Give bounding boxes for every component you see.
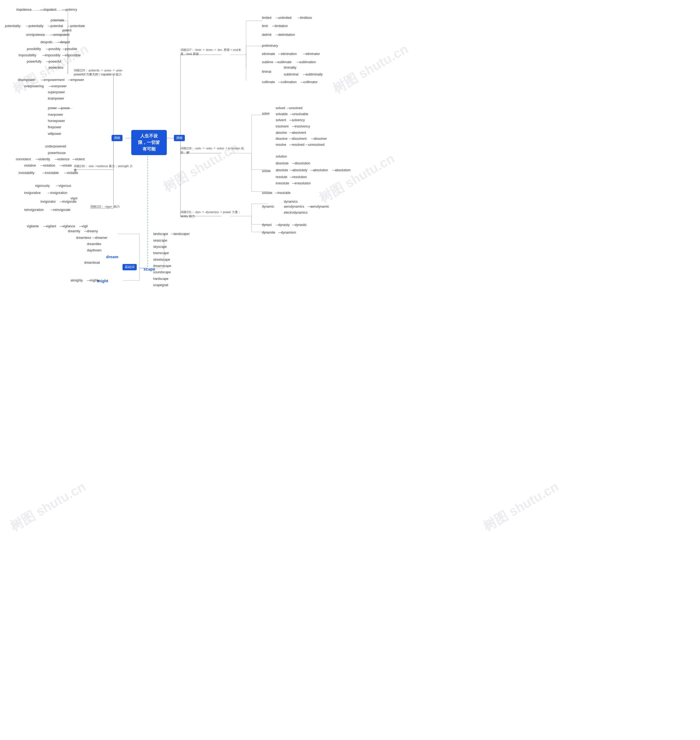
word-dynast: dynast — [262, 223, 272, 227]
word-vigorously: vigorously — [35, 184, 50, 188]
desc-232: 词根232：-vigor- 精力 — [90, 205, 120, 209]
word-potency: potency — [66, 8, 77, 12]
word-possible: possible — [65, 47, 77, 51]
word-dreamy: dreamy — [87, 229, 98, 233]
word-soluble: soluble — [262, 191, 272, 195]
word-powerhouse: powerhouse — [48, 151, 66, 155]
word-dynamism: dynamism — [281, 231, 296, 234]
word-dreamless: dreamless — [76, 236, 91, 240]
word-scapegoat: scapegoat — [153, 283, 168, 287]
word-violence: violence — [57, 157, 69, 161]
word-liminal: liminal — [262, 70, 271, 74]
word-solvable: solvable — [276, 112, 288, 116]
word-invigorator: invigorator — [40, 200, 56, 203]
word-brainpower: brainpower — [48, 97, 64, 100]
watermark-4: 树图 shutu.cn — [329, 40, 412, 98]
word-vigil: vigil — [82, 224, 88, 228]
word-absolute: absolute — [276, 168, 288, 172]
word-omnipotence: omnipotence — [26, 33, 45, 37]
word-impossibility: impossibility — [19, 53, 36, 57]
dash-1: — — [40, 8, 44, 12]
word-limitation: limitation — [275, 24, 288, 28]
word-resolution: resolution — [293, 175, 307, 179]
center-node: 人生不设限，一切皆有可能 — [131, 130, 167, 155]
word-potentiate: potentiate — [71, 24, 85, 28]
word-manpower: manpower — [48, 113, 63, 116]
word-hardscape: hardscape — [153, 277, 168, 281]
word-dissolution: dissolution — [295, 161, 310, 165]
word-underpowered: underpowered — [45, 144, 66, 148]
word-vigorous: vigorous — [59, 184, 71, 188]
word-potent: potent — [62, 28, 71, 32]
word-insolvency: insolvency — [295, 124, 310, 128]
word-violative: violative — [24, 164, 36, 167]
word-violent: violent — [75, 157, 85, 161]
word-invigorate: invigorate — [62, 200, 76, 203]
word-dreamily: dreamily — [68, 229, 80, 233]
desc-229: 词根229：-pot(ent)- = -poss- = -pow- powerf… — [74, 68, 134, 77]
watermark-6: 树图 shutu.cn — [480, 478, 562, 535]
word-sublimation: sublimation — [299, 60, 316, 64]
word-empower: empower — [71, 78, 84, 82]
word-aerodynamics: aerodynamics — [284, 205, 304, 208]
word-violate: violate — [62, 164, 72, 167]
word-delimitation: delimitation — [278, 33, 295, 37]
word-collimator: collimator — [303, 80, 318, 84]
word-limited: limited — [262, 16, 272, 20]
word-insoluble: insoluble — [278, 191, 290, 195]
word-mighty: mighty — [90, 279, 99, 282]
word-nonviolent: nonviolent — [16, 157, 31, 161]
word-dissolver: dissolver — [314, 137, 327, 141]
word-eliminate: eliminate — [262, 52, 275, 56]
word-absolution: absolution — [313, 168, 328, 172]
word-absolutely: absolutely — [293, 168, 307, 172]
word-possibility: possibility — [27, 47, 41, 51]
word-dynasty: dynasty — [278, 223, 290, 227]
word-vigilance: vigilance — [62, 224, 75, 228]
word-solved: solved — [276, 106, 285, 110]
center-label: 人生不设限，一切皆有可能 — [138, 134, 160, 151]
word-dissolvent: dissolvent — [292, 137, 306, 141]
word-liminality: liminality — [284, 66, 296, 69]
word-possibly: possibly — [49, 47, 60, 51]
word-elimination: elimination — [281, 52, 297, 56]
word-sublime: sublime — [262, 60, 273, 64]
word-omnipotent: omnipotent — [53, 33, 69, 37]
word-reinvigoration: reinvigoration — [24, 208, 44, 212]
word-solvent: solvent — [276, 118, 286, 122]
right-branch-label: 调根 — [174, 135, 185, 141]
desc-231: 词根231：-dyn- = -dynam(o)- = power 力量；abil… — [181, 210, 246, 218]
word-unresolved: unresolved — [309, 143, 325, 147]
word-inviolable: inviolable — [45, 171, 59, 175]
word-violently: violently — [38, 157, 50, 161]
word-impossibly: impossibly — [45, 53, 60, 57]
word-potentially: potentially — [29, 24, 44, 28]
word-superpower: superpower — [48, 90, 65, 94]
word-resolute: resolute — [276, 175, 287, 179]
word-dynamite: dynamite — [262, 231, 275, 234]
left-branch-label: 调根 — [112, 135, 122, 141]
word-vigilante: vigilante — [27, 224, 39, 228]
word-potentate: potentate — [51, 18, 64, 22]
word-dream: dream — [106, 254, 118, 259]
word-unsolvable: unsolvable — [293, 112, 308, 116]
word-potential: potential — [51, 24, 63, 28]
word-overpower: overpower — [51, 84, 67, 88]
word-overpowering: overpowering — [24, 84, 44, 88]
word-solvency: solvency — [292, 118, 305, 122]
word-dissolute: dissolute — [276, 161, 288, 165]
word-collimate: collimate — [262, 80, 275, 84]
word-resolved: resolved — [292, 143, 304, 147]
word-absolve: absolve — [276, 131, 287, 134]
word-absolvent: absolvent — [292, 131, 306, 134]
word-streetscape: streetscape — [153, 258, 170, 261]
word-almighty: almighty — [71, 279, 83, 282]
word-dynamic: dynamic — [262, 205, 274, 208]
word-subliminal: subliminal — [284, 72, 298, 76]
word-eliminator: eliminator — [306, 52, 320, 56]
word-townscape: townscape — [153, 251, 169, 255]
word-impotence: impotence — [16, 8, 31, 12]
word-subliminally: subliminally — [306, 72, 323, 76]
word-dynastic: dynastic — [295, 223, 307, 227]
word-invigoration: invigoration — [51, 191, 67, 195]
